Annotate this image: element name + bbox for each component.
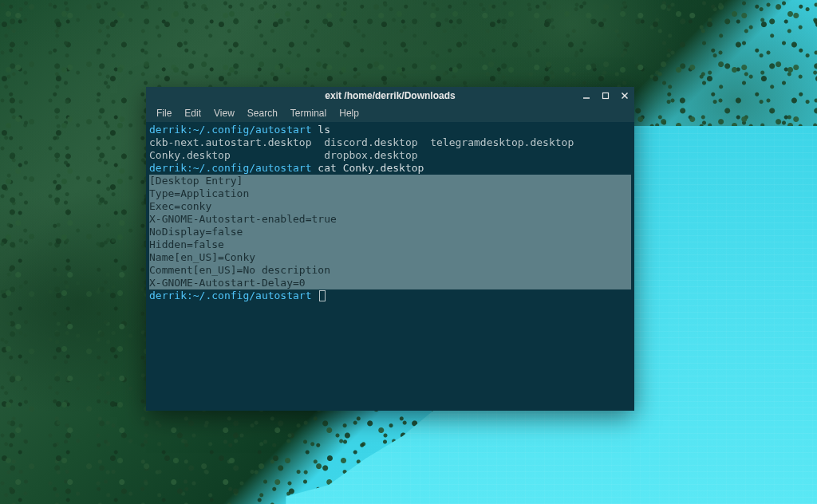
minimize-icon — [582, 92, 590, 100]
menu-view[interactable]: View — [208, 106, 240, 120]
svg-rect-1 — [603, 93, 609, 99]
terminal-cursor — [319, 290, 326, 301]
prompt-text: derrik:~/.config/autostart — [149, 124, 312, 136]
output-text: ckb-next.autostart.desktop discord.deskt… — [149, 136, 574, 148]
menu-search[interactable]: Search — [242, 106, 283, 120]
menu-file[interactable]: File — [151, 106, 177, 120]
maximize-icon — [602, 92, 610, 100]
close-icon — [621, 92, 629, 100]
terminal-line: derrik:~/.config/autostart cat Conky.des… — [149, 162, 631, 175]
terminal-line: derrik:~/.config/autostart ls — [149, 124, 631, 136]
command-text: cat Conky.desktop — [312, 162, 424, 174]
window-controls — [580, 87, 631, 104]
menu-edit[interactable]: Edit — [179, 106, 207, 120]
selected-output-line: Hidden=false — [149, 238, 631, 251]
selected-output-line: [Desktop Entry] — [149, 175, 631, 187]
terminal-body[interactable]: derrik:~/.config/autostart lsckb-next.au… — [146, 122, 634, 411]
selected-output-line: X-GNOME-Autostart-Delay=0 — [149, 277, 631, 289]
output-text: Conky.desktop dropbox.desktop — [149, 149, 418, 161]
selected-output-line: Name[en_US]=Conky — [149, 251, 631, 264]
prompt-text: derrik:~/.config/autostart — [149, 162, 312, 174]
terminal-window[interactable]: exit /home/derrik/Downloads File Edit Vi… — [146, 87, 634, 411]
selected-output-line: Comment[en_US]=No description — [149, 264, 631, 277]
window-title: exit /home/derrik/Downloads — [325, 90, 455, 101]
selected-output-line: NoDisplay=false — [149, 226, 631, 238]
prompt-text: derrik:~/.config/autostart — [149, 289, 312, 301]
desktop-wallpaper: exit /home/derrik/Downloads File Edit Vi… — [0, 0, 817, 504]
selected-output-line: Type=Application — [149, 187, 631, 200]
selected-output-line: X-GNOME-Autostart-enabled=true — [149, 213, 631, 226]
selected-output-line: Exec=conky — [149, 200, 631, 213]
command-text: ls — [312, 124, 330, 136]
maximize-button[interactable] — [599, 89, 612, 102]
terminal-line: Conky.desktop dropbox.desktop — [149, 149, 631, 162]
menu-help[interactable]: Help — [334, 106, 365, 120]
close-button[interactable] — [618, 89, 631, 102]
menubar: File Edit View Search Terminal Help — [146, 104, 634, 122]
window-titlebar[interactable]: exit /home/derrik/Downloads — [146, 87, 634, 104]
menu-terminal[interactable]: Terminal — [285, 106, 332, 120]
minimize-button[interactable] — [580, 89, 593, 102]
terminal-line: ckb-next.autostart.desktop discord.deskt… — [149, 136, 631, 149]
terminal-line: derrik:~/.config/autostart — [149, 289, 631, 302]
